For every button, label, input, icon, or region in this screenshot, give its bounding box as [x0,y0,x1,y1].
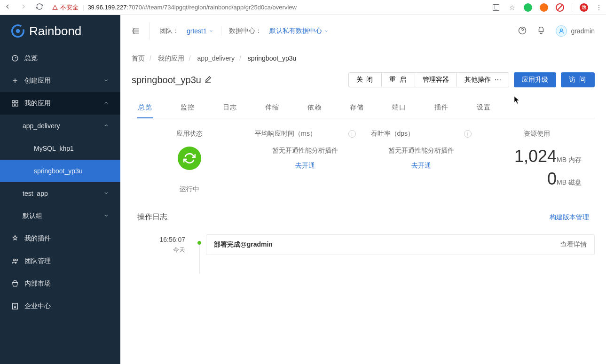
memory-unit: MB 内存 [557,156,582,163]
restart-button[interactable]: 重 启 [381,72,415,87]
user-avatar-icon[interactable] [556,25,567,37]
svg-point-9 [16,259,17,261]
timeline [193,234,206,255]
team-dropdown[interactable]: grtest1 [187,27,213,35]
sidebar-collapse-button[interactable] [132,22,150,40]
tab-scale[interactable]: 伸缩 [264,98,280,118]
visit-button[interactable]: 访 问 [561,72,595,87]
tab-port[interactable]: 端口 [391,98,407,118]
info-icon[interactable]: i [464,130,472,138]
nav-app-springboot[interactable]: springboot_yp3u [0,160,120,182]
dashboard-icon [11,54,19,62]
enterprise-icon [11,302,19,310]
breadcrumb-group[interactable]: app_delivery [197,54,235,62]
nav-group-label: app_delivery [23,122,60,130]
profile-avatar-icon[interactable]: 逸 [580,3,588,12]
running-status-icon [178,147,201,170]
disk-value: 0 [547,169,557,188]
forward-icon[interactable] [20,3,27,12]
sidebar: Rainbond 总览 创建应用 我的应用 [0,15,120,364]
chevron-down-icon [103,190,109,197]
ext-icon-3[interactable] [556,3,564,12]
url-bar[interactable]: 不安全 | 39.96.199.227:7070/#/team/734ipgqt… [49,3,486,12]
logo-text: Rainbond [29,24,81,39]
menu-icon[interactable]: ⋮ [596,4,602,11]
stat-avg-response: 平均响应时间（ms）i 暂无开通性能分析插件 去开通 [247,130,363,194]
browser-nav [4,3,43,12]
tab-monitor[interactable]: 监控 [180,98,196,118]
nav-app-label: MySQL_khp1 [34,145,74,152]
tab-settings[interactable]: 设置 [476,98,492,118]
bell-icon[interactable] [537,26,545,36]
topbar: 团队： grtest1 数据中心： 默认私有数据中心 gradmin [120,15,606,47]
grid-icon [11,100,19,107]
close-button[interactable]: 关 闭 [348,72,382,87]
insecure-badge: 不安全 [52,3,79,12]
team-icon [11,257,19,265]
breadcrumb-home[interactable]: 首页 [132,54,145,62]
username[interactable]: gradmin [571,27,595,35]
log-detail-button[interactable]: 查看详情 [560,240,587,249]
svg-rect-2 [21,26,24,30]
app-upgrade-button[interactable]: 应用升级 [514,72,556,87]
tab-overview[interactable]: 总览 [137,98,153,118]
reload-icon[interactable] [36,3,43,12]
svg-rect-6 [12,104,15,106]
star-icon[interactable]: ☆ [508,3,516,12]
operation-log-section: 操作日志 构建版本管理 16:56:07 今天 部署完成@gradmin 查看详… [132,212,595,255]
nav-label: 企业中心 [24,302,51,310]
nav-group-test-app[interactable]: test_app [0,182,120,205]
nav-group-label: test_app [23,190,48,197]
logo[interactable]: Rainbond [0,15,120,47]
info-icon[interactable]: i [348,130,356,138]
back-icon[interactable] [4,3,11,12]
log-entry: 16:56:07 今天 部署完成@gradmin 查看详情 [132,234,595,255]
stat-label: 应用状态 [176,130,203,138]
svg-point-8 [13,259,15,261]
tab-depend[interactable]: 依赖 [307,98,323,118]
nav-internal-market[interactable]: 内部市场 [0,272,120,295]
browser-extensions: 🄻 ☆ 逸 ⋮ [492,3,602,12]
tabs: 总览 监控 日志 伸缩 依赖 存储 端口 插件 设置 [132,98,595,118]
enable-link[interactable]: 去开通 [255,162,355,170]
oplog-title: 操作日志 [137,212,167,222]
dc-dropdown[interactable]: 默认私有数据中心 [269,27,329,35]
edit-icon[interactable] [204,75,212,85]
log-message: 部署完成@gradmin [214,240,273,249]
status-text: 运行中 [139,185,240,194]
nav-overview[interactable]: 总览 [0,47,120,70]
stat-throughput: 吞吐率（dps）i 暂无开通性能分析插件 去开通 [363,130,479,194]
nav-my-apps[interactable]: 我的应用 [0,92,120,115]
nav-group-label: 默认组 [23,212,42,220]
tab-plugin[interactable]: 插件 [433,98,449,118]
nav-enterprise-center[interactable]: 企业中心 [0,295,120,318]
nav-team-mgmt[interactable]: 团队管理 [0,250,120,272]
browser-bar: 不安全 | 39.96.199.227:7070/#/team/734ipgqt… [0,0,606,15]
nav-group-default[interactable]: 默认组 [0,205,120,227]
manage-container-button[interactable]: 管理容器 [415,72,457,87]
other-ops-button[interactable]: 其他操作 ⋯ [456,72,509,87]
nav-create-app[interactable]: 创建应用 [0,70,120,92]
log-card: 部署完成@gradmin 查看详情 [206,234,595,255]
stat-label: 平均响应时间（ms） [255,130,316,138]
nav-group-app-delivery[interactable]: app_delivery [0,115,120,137]
timeline-dot-icon [197,241,201,245]
build-version-link[interactable]: 构建版本管理 [550,213,589,222]
action-button-group: 关 闭 重 启 管理容器 其他操作 ⋯ [348,72,510,87]
tab-storage[interactable]: 存储 [349,98,365,118]
enable-link[interactable]: 去开通 [371,162,472,170]
nav-label: 内部市场 [24,279,51,288]
svg-point-1 [16,29,20,33]
plus-icon [11,77,19,85]
tab-log[interactable]: 日志 [222,98,238,118]
chevron-down-icon [103,77,109,85]
chevron-down-icon [103,212,109,220]
dc-label: 数据中心： [229,27,262,35]
nav-app-mysql[interactable]: MySQL_khp1 [0,137,120,160]
ext-icon-2[interactable] [540,3,548,12]
nav-my-plugins[interactable]: 我的插件 [0,227,120,250]
translate-icon[interactable]: 🄻 [492,3,500,12]
help-icon[interactable] [518,26,527,36]
breadcrumb-my-apps[interactable]: 我的应用 [158,54,184,62]
ext-icon-1[interactable] [524,3,532,12]
